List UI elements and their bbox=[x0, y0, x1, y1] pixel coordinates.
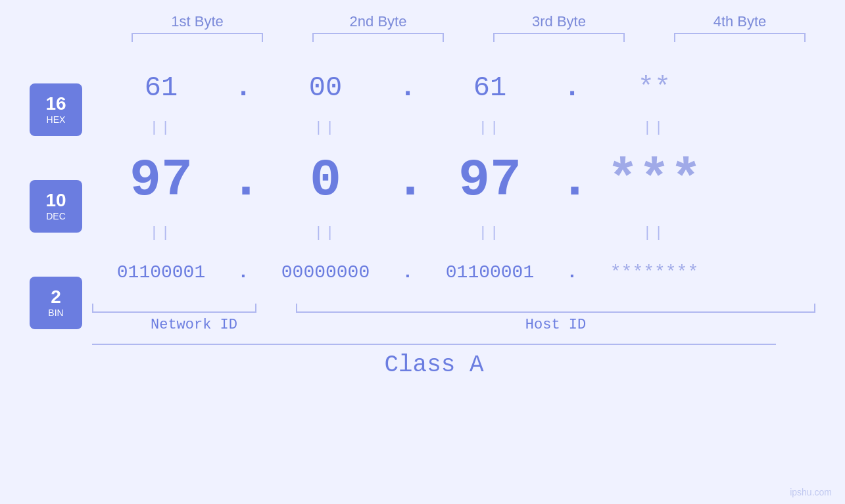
dec-badge-number: 10 bbox=[45, 191, 66, 210]
hex-b3: 61 bbox=[421, 72, 559, 104]
hex-b2: 00 bbox=[256, 72, 395, 104]
eq2-b3: || bbox=[421, 225, 559, 241]
dec-dot3: . bbox=[559, 150, 585, 210]
class-label: Class A bbox=[384, 352, 483, 378]
bracket-byte4 bbox=[674, 33, 806, 42]
hex-dot1: . bbox=[230, 72, 256, 104]
dec-b4: *** bbox=[585, 150, 723, 210]
hex-dot2: . bbox=[395, 72, 421, 104]
badges-column: 16 HEX 10 DEC 2 BIN bbox=[0, 62, 92, 351]
bottom-brackets-row bbox=[92, 304, 815, 313]
bin-dot3: . bbox=[559, 262, 585, 283]
eq2-b2: || bbox=[256, 225, 395, 241]
eq1-b3: || bbox=[421, 120, 559, 136]
equals-row-1: || || || || bbox=[92, 114, 815, 141]
main-container: 1st Byte 2nd Byte 3rd Byte 4th Byte 16 H… bbox=[0, 0, 845, 504]
hex-dot3: . bbox=[559, 72, 585, 104]
bin-b3: 01100001 bbox=[421, 262, 559, 283]
byte1-header: 1st Byte bbox=[128, 13, 266, 30]
hex-badge-number: 16 bbox=[45, 95, 66, 113]
dec-b2: 0 bbox=[256, 150, 395, 210]
bin-badge-number: 2 bbox=[51, 288, 61, 306]
bin-badge: 2 BIN bbox=[30, 277, 82, 329]
byte-headers: 1st Byte 2nd Byte 3rd Byte 4th Byte bbox=[107, 13, 831, 30]
bin-badge-label: BIN bbox=[48, 308, 63, 318]
network-id-label: Network ID bbox=[92, 317, 296, 333]
dec-badge: 10 DEC bbox=[30, 180, 82, 233]
byte3-header: 3rd Byte bbox=[490, 13, 628, 30]
bracket-byte1 bbox=[132, 33, 263, 42]
bin-b1: 01100001 bbox=[92, 262, 230, 283]
hex-badge: 16 HEX bbox=[30, 83, 82, 136]
dec-b1: 97 bbox=[92, 150, 230, 210]
equals-row-2: || || || || bbox=[92, 219, 815, 246]
dec-row: 97 . 0 . 97 . *** bbox=[92, 141, 845, 219]
dec-b3: 97 bbox=[421, 150, 559, 210]
byte2-header: 2nd Byte bbox=[309, 13, 447, 30]
dec-dot1: . bbox=[230, 150, 256, 210]
eq1-b2: || bbox=[256, 120, 395, 136]
class-bar: Class A bbox=[92, 344, 776, 378]
eq2-b4: || bbox=[585, 225, 723, 241]
bin-b2: 00000000 bbox=[256, 262, 395, 283]
bracket-byte3 bbox=[493, 33, 625, 42]
bin-dot1: . bbox=[230, 262, 256, 283]
eq2-b1: || bbox=[92, 225, 230, 241]
byte4-header: 4th Byte bbox=[671, 13, 809, 30]
dec-dot2: . bbox=[395, 150, 421, 210]
bin-row: 01100001 . 00000000 . 01100001 . *******… bbox=[92, 246, 845, 298]
id-labels-row: Network ID Host ID bbox=[92, 317, 815, 333]
eq1-b1: || bbox=[92, 120, 230, 136]
values-area: 61 . 00 . 61 . ** || || || || 97 bbox=[92, 49, 845, 378]
bin-b4: ******** bbox=[585, 262, 723, 283]
top-brackets bbox=[107, 33, 831, 42]
hex-b4: ** bbox=[585, 72, 723, 104]
hex-b1: 61 bbox=[92, 72, 230, 104]
bracket-host-id bbox=[296, 304, 815, 313]
dec-badge-label: DEC bbox=[46, 211, 66, 221]
eq1-b4: || bbox=[585, 120, 723, 136]
host-id-label: Host ID bbox=[296, 317, 815, 333]
bracket-network-id bbox=[92, 304, 256, 313]
bracket-byte2 bbox=[312, 33, 444, 42]
bin-dot2: . bbox=[395, 262, 421, 283]
watermark: ipshu.com bbox=[790, 487, 832, 497]
hex-row: 61 . 00 . 61 . ** bbox=[92, 62, 845, 114]
hex-badge-label: HEX bbox=[47, 114, 66, 125]
